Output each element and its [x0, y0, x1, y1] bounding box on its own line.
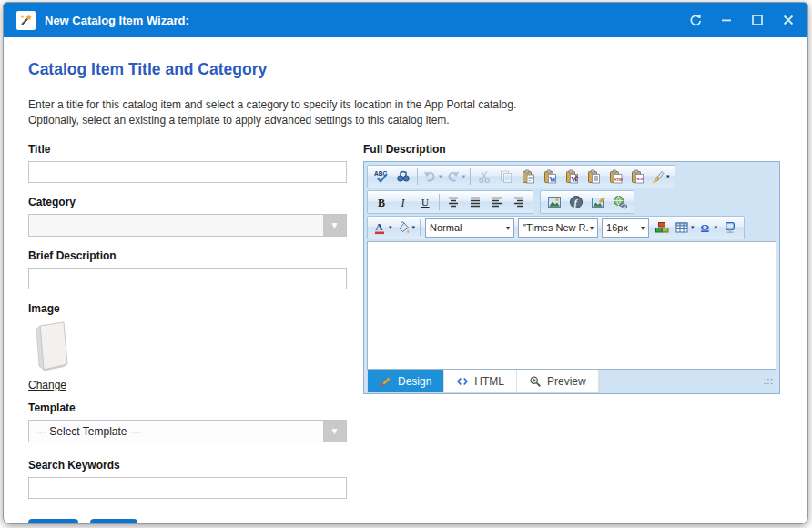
- strip-format-button[interactable]: ▾: [648, 167, 672, 187]
- image-button[interactable]: [543, 192, 565, 212]
- font-color-button[interactable]: A▾: [370, 218, 394, 238]
- italic-icon: I: [396, 195, 411, 209]
- image-edit-button[interactable]: [587, 192, 609, 212]
- paste-icon: [521, 169, 535, 184]
- maximize-button[interactable]: [750, 14, 764, 27]
- dropdown-arrow-icon[interactable]: ▾: [389, 224, 392, 231]
- bold-button[interactable]: B: [370, 192, 392, 212]
- svg-text:«»: «»: [636, 176, 644, 182]
- category-dropdown-arrow-icon[interactable]: ▼: [323, 215, 346, 236]
- paste-html-button[interactable]: HTML: [604, 167, 626, 187]
- template-dropdown-arrow-icon[interactable]: ▼: [323, 421, 346, 442]
- undo-icon: [422, 169, 437, 184]
- paste-button[interactable]: [517, 167, 539, 187]
- toolbar-separator: [420, 219, 421, 236]
- module-icon: [723, 220, 737, 235]
- paste-word-clean-button[interactable]: W: [561, 167, 583, 187]
- tab-design[interactable]: Design: [368, 370, 444, 392]
- underline-button[interactable]: U: [414, 192, 436, 212]
- code-icon: [456, 375, 469, 388]
- dropdown-arrow-icon[interactable]: ▾: [412, 224, 416, 231]
- minimize-button[interactable]: [719, 14, 733, 27]
- italic-button[interactable]: I: [392, 192, 414, 212]
- category-dropdown[interactable]: ▼: [28, 214, 347, 237]
- paste-special-icon: «»: [630, 169, 645, 184]
- close-icon: [781, 13, 796, 27]
- refresh-button[interactable]: [688, 14, 702, 27]
- maximize-icon: [750, 13, 765, 27]
- brief-description-input[interactable]: [28, 268, 347, 289]
- tab-html[interactable]: HTML: [444, 370, 517, 392]
- omega-icon: Ω: [698, 220, 713, 235]
- back-button[interactable]: Back: [28, 519, 78, 524]
- fill-color-button[interactable]: ▾: [394, 218, 418, 238]
- category-label: Category: [28, 196, 347, 208]
- flash-button[interactable]: f: [565, 192, 587, 212]
- next-button[interactable]: Next: [90, 519, 137, 524]
- module-button[interactable]: [719, 218, 741, 238]
- undo-button[interactable]: ▾: [421, 167, 444, 187]
- toolbar-group: f: [540, 190, 634, 214]
- paragraph-style-select[interactable]: Normal▾: [425, 218, 514, 238]
- find-button[interactable]: [392, 167, 414, 187]
- title-input[interactable]: [28, 161, 347, 183]
- omega-button[interactable]: Ω▾: [696, 218, 720, 238]
- align-right-button[interactable]: [508, 192, 530, 212]
- link-button[interactable]: [609, 192, 631, 212]
- align-left-button[interactable]: [486, 192, 508, 212]
- spellcheck-button[interactable]: ABC: [370, 167, 392, 187]
- paste-html-icon: HTML: [608, 169, 623, 184]
- paste-word-icon: W: [543, 169, 557, 184]
- align-center-button[interactable]: [442, 192, 464, 212]
- font-color-icon: A: [372, 220, 387, 235]
- chevron-down-icon: ▾: [639, 224, 648, 232]
- blocks-icon: [655, 220, 669, 235]
- cut-button[interactable]: [473, 167, 495, 187]
- image-edit-icon: [591, 195, 605, 209]
- table-button[interactable]: ▾: [673, 218, 696, 238]
- template-dropdown[interactable]: --- Select Template --- ▼: [28, 420, 347, 442]
- svg-text:A: A: [376, 221, 383, 232]
- search-keywords-input[interactable]: [28, 477, 347, 499]
- font-name-select[interactable]: "Times New R...▾: [518, 218, 598, 238]
- wizard-app-icon: [16, 11, 36, 30]
- dropdown-arrow-icon[interactable]: ▾: [691, 224, 695, 231]
- copy-icon: [499, 169, 513, 184]
- tab-preview[interactable]: Preview: [517, 370, 599, 392]
- title-label: Title: [28, 143, 347, 156]
- paragraph-style-select-value: Normal: [426, 222, 504, 233]
- redo-button[interactable]: ▾: [444, 167, 468, 187]
- toolbar-separator: [439, 194, 440, 210]
- change-image-link[interactable]: Change: [28, 379, 66, 391]
- editor-content-area[interactable]: [367, 241, 776, 370]
- paste-word-button[interactable]: W: [539, 167, 561, 187]
- image-icon: [547, 195, 562, 209]
- cut-icon: [477, 169, 492, 184]
- font-size-select[interactable]: 16px▾: [602, 218, 649, 238]
- align-justify-button[interactable]: [464, 192, 486, 212]
- resize-grip[interactable]: .::: [764, 376, 774, 386]
- align-center-icon: [446, 195, 461, 209]
- link-icon: [613, 195, 627, 209]
- chevron-down-icon: ▾: [588, 224, 597, 232]
- dropdown-arrow-icon[interactable]: ▾: [439, 173, 442, 180]
- dropdown-arrow-icon[interactable]: ▾: [666, 173, 670, 180]
- paste-special-button[interactable]: «»: [626, 167, 648, 187]
- svg-text:I: I: [401, 197, 406, 209]
- align-left-icon: [490, 195, 504, 209]
- brief-description-label: Brief Description: [28, 249, 347, 262]
- copy-button[interactable]: [495, 167, 517, 187]
- full-description-label: Full Description: [363, 143, 780, 156]
- dropdown-arrow-icon[interactable]: ▾: [462, 173, 466, 180]
- blocks-button[interactable]: [651, 218, 673, 238]
- editor-toolbar-row1: ABC▾▾WWHTML«»▾: [367, 165, 776, 188]
- close-button[interactable]: [781, 14, 795, 27]
- template-label: Template: [28, 401, 347, 414]
- editor-toolbar-row3: A▾▾Normal▾"Times New R...▾16px▾▾Ω▾: [367, 216, 776, 239]
- font-name-select-value: "Times New R...: [519, 222, 588, 233]
- svg-text:W: W: [549, 176, 556, 184]
- dropdown-arrow-icon[interactable]: ▾: [715, 224, 718, 231]
- page-title: Catalog Item Title and Category: [28, 60, 780, 79]
- paste-text-button[interactable]: [583, 167, 604, 187]
- paste-word-clean-icon: W: [564, 169, 579, 184]
